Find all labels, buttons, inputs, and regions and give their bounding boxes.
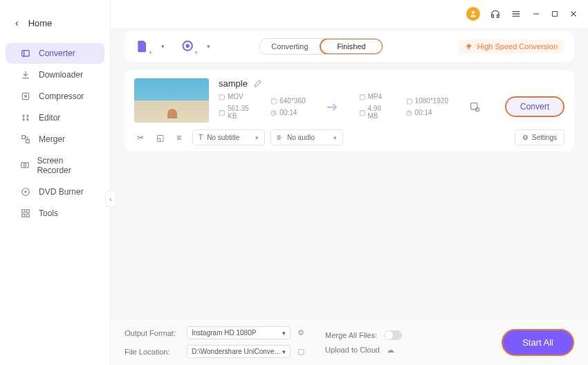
status-tabs: Converting Finished	[259, 38, 383, 55]
sidebar-item-tools[interactable]: Tools	[6, 203, 104, 224]
merge-toggle[interactable]	[384, 330, 402, 340]
svg-point-5	[24, 164, 26, 167]
output-settings-icon[interactable]	[469, 101, 480, 112]
nav-label: Screen Recorder	[37, 156, 91, 175]
sidebar-item-downloader[interactable]: Downloader	[6, 64, 104, 85]
add-dvd-caret[interactable]: ▾	[201, 38, 217, 55]
collapse-sidebar-button[interactable]: ‹	[105, 190, 116, 207]
dst-dur: 00:14	[415, 109, 432, 116]
video-icon: ▢	[219, 93, 225, 100]
home-link[interactable]: ‹ Home	[0, 17, 110, 42]
titlebar	[111, 0, 588, 28]
svg-rect-9	[26, 210, 29, 213]
sidebar-item-dvd-burner[interactable]: DVD Burner	[6, 181, 104, 202]
svg-rect-8	[22, 210, 25, 213]
sidebar-item-compressor[interactable]: Compressor	[6, 86, 104, 107]
svg-rect-2	[22, 136, 26, 139]
tab-converting[interactable]: Converting	[259, 39, 320, 54]
home-label: Home	[28, 18, 53, 28]
svg-rect-3	[26, 140, 30, 143]
svg-point-6	[22, 188, 30, 196]
trim-icon[interactable]: ✂	[137, 133, 144, 143]
nav-label: Downloader	[39, 70, 83, 80]
high-speed-toggle[interactable]: High Speed Conversion	[458, 39, 564, 53]
file-location-label: File Location:	[125, 348, 180, 356]
menu-icon[interactable]	[511, 8, 522, 19]
audio-select[interactable]: ⊪ No audio▾	[270, 130, 343, 145]
sidebar: ‹ Home Converter Downloader Compressor E…	[0, 0, 111, 365]
maximize-button[interactable]	[551, 10, 559, 18]
headset-icon[interactable]	[490, 8, 501, 19]
video-thumbnail[interactable]	[134, 78, 209, 123]
svg-point-7	[25, 191, 26, 193]
svg-rect-11	[26, 214, 29, 217]
file-card: sample ▢MOV ▢561.35 KB ▢640*360 ◷00:14	[125, 70, 574, 151]
sidebar-item-converter[interactable]: Converter	[6, 43, 104, 64]
output-format-label: Output Format:	[125, 329, 180, 337]
nav-label: Editor	[39, 113, 60, 123]
svg-point-12	[472, 11, 475, 14]
src-size: 561.35 KB	[228, 105, 250, 120]
subtitle-icon: T	[199, 134, 203, 141]
folder-icon: ▢	[219, 109, 225, 116]
nav-label: Converter	[39, 48, 75, 58]
src-res: 640*360	[279, 97, 305, 105]
file-name: sample	[219, 78, 248, 89]
dvd-icon	[19, 187, 32, 197]
svg-rect-10	[22, 214, 25, 217]
bolt-icon	[465, 42, 473, 51]
open-folder-icon[interactable]: ▢	[297, 347, 304, 356]
output-format-select[interactable]: Instagram HD 1080P▾	[187, 326, 291, 339]
tools-icon	[19, 208, 32, 218]
convert-button[interactable]: Convert	[505, 96, 564, 117]
main-area: ‹ + ▾ + ▾ Converting	[111, 0, 588, 365]
svg-rect-16	[471, 103, 477, 109]
svg-rect-0	[22, 51, 30, 56]
converter-icon	[19, 48, 32, 58]
rename-icon[interactable]	[253, 79, 262, 88]
arrow-icon: ➔	[327, 98, 338, 115]
upload-label: Upload to Cloud	[325, 346, 380, 354]
nav-label: Merger	[39, 134, 65, 144]
settings-button[interactable]: ⚙ Settings	[515, 130, 564, 145]
merge-label: Merge All Files:	[325, 331, 377, 339]
minimize-button[interactable]	[531, 9, 541, 19]
merger-icon	[19, 134, 32, 144]
sidebar-item-editor[interactable]: Editor	[6, 107, 104, 128]
crop-icon[interactable]: ◱	[156, 133, 164, 143]
svg-point-15	[187, 45, 189, 47]
folder-icon: ▢	[359, 109, 365, 116]
cloud-icon[interactable]: ☁	[387, 346, 394, 355]
chevron-left-icon: ‹	[15, 17, 19, 28]
dst-format: MP4	[368, 93, 383, 100]
add-file-button[interactable]: +	[134, 38, 151, 55]
close-button[interactable]	[569, 9, 578, 19]
dst-size: 4.98 MB	[368, 105, 385, 120]
src-dur: 00:14	[279, 109, 297, 116]
user-avatar[interactable]	[466, 7, 480, 21]
svg-rect-4	[21, 163, 28, 168]
clock-icon: ◷	[406, 109, 412, 116]
start-all-button[interactable]: Start All	[502, 329, 574, 356]
add-file-caret[interactable]: ▾	[155, 38, 172, 55]
gear-icon: ⚙	[522, 134, 529, 141]
toolbar: + ▾ + ▾ Converting Finished High Speed C…	[125, 31, 574, 62]
subtitle-select[interactable]: T No subtitle▾	[192, 130, 265, 145]
footer: Output Format: Instagram HD 1080P▾ ⚙ Fil…	[111, 319, 588, 365]
sidebar-item-screen-recorder[interactable]: Screen Recorder	[6, 150, 104, 181]
compressor-icon	[19, 91, 32, 101]
output-settings-icon[interactable]: ⚙	[297, 328, 304, 337]
file-location-select[interactable]: D:\Wondershare UniConverter 1▾	[187, 345, 291, 358]
src-format: MOV	[228, 93, 244, 100]
dst-res: 1080*1920	[415, 97, 448, 105]
sidebar-item-merger[interactable]: Merger	[6, 129, 104, 150]
download-icon	[19, 70, 32, 80]
svg-rect-13	[553, 12, 558, 17]
recorder-icon	[19, 161, 30, 170]
video-icon: ▢	[359, 93, 365, 100]
effect-icon[interactable]: ≡	[176, 133, 181, 143]
nav-label: Tools	[39, 208, 58, 218]
tab-finished[interactable]: Finished	[320, 38, 383, 55]
editor-icon	[19, 113, 32, 123]
add-dvd-button[interactable]: +	[180, 38, 196, 55]
